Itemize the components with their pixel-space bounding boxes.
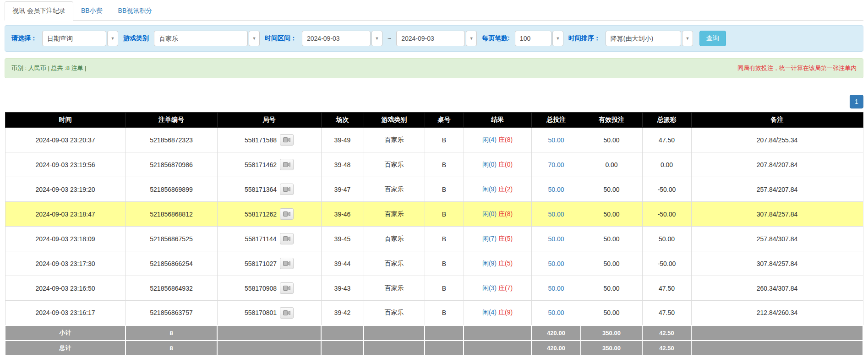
round-number: 558170908 [245,285,277,292]
replay-video-button[interactable] [280,208,294,220]
summary-bar: 币别 : 人民币 | 总共 :8 注单 | 同局有效投注，统一计算在该局第一张注… [5,58,863,78]
result-player: 闲(3) [482,284,497,292]
page-button-1[interactable]: 1 [850,95,863,108]
col-note: 备注 [691,113,863,128]
subtotal-empty-cell [425,325,464,341]
result-banker: 庄(8) [498,136,513,143]
total-bet-link[interactable]: 50.00 [548,309,564,316]
video-replay-icon [283,162,290,168]
cell-valid-bet: 50.00 [581,128,642,152]
cell-payout: 0.00 [642,152,691,177]
sort-value[interactable]: 降冪(由大到小) [606,31,681,46]
result-banker: 庄(2) [498,185,513,193]
chevron-down-icon[interactable]: ▼ [249,31,260,46]
cell-payout: 47.50 [642,276,691,301]
replay-video-button[interactable] [280,282,294,294]
cell-bet-id: 521856869899 [126,177,217,202]
video-replay-icon [283,236,290,242]
result-banker: 庄(8) [498,210,513,217]
replay-video-button[interactable] [280,134,294,146]
replay-video-button[interactable] [280,184,294,195]
total-bet-link[interactable]: 50.00 [548,235,564,243]
cell-bet-id: 521856867525 [126,227,217,251]
video-replay-icon [283,186,290,192]
chevron-down-icon[interactable]: ▼ [466,31,477,46]
total-bet-link[interactable]: 50.00 [548,186,564,193]
cell-valid-bet: 50.00 [581,177,642,202]
page-size-value[interactable]: 100 [515,31,551,46]
cell-payout: -50.00 [642,177,691,202]
date-from-value[interactable]: 2024-09-03 [302,31,371,46]
cell-total-bet: 50.00 [531,276,581,301]
game-type-value[interactable]: 百家乐 [154,31,248,46]
cell-time: 2024-09-03 23:17:30 [5,251,126,276]
cell-round: 558171027 [217,251,321,276]
sort-combobox: 降冪(由大到小) ▼ [606,31,693,46]
date-type-label: 请选择： [11,34,37,43]
subtotal-payout: 42.50 [642,325,691,341]
cell-game: 百家乐 [364,276,425,301]
tab-bb-video-points[interactable]: BB视讯积分 [110,1,160,21]
replay-video-button[interactable] [280,159,294,170]
cell-session: 39-45 [321,227,364,251]
replay-video-button[interactable] [280,307,294,319]
cell-session: 39-44 [321,251,364,276]
cell-session: 39-46 [321,202,364,227]
cell-valid-bet: 50.00 [581,251,642,276]
total-bet-link[interactable]: 70.00 [548,161,564,168]
cell-total-bet: 50.00 [531,251,581,276]
total-empty-cell [691,341,863,356]
currency-total-text: 币别 : 人民币 | 总共 :8 注单 | [11,64,87,72]
col-result: 结果 [464,113,531,128]
cell-table-no: B [425,202,464,227]
total-empty-cell [464,341,531,356]
subtotal-empty-cell [217,325,321,341]
total-valid-bet: 350.00 [581,341,642,356]
chevron-down-icon[interactable]: ▼ [552,31,563,46]
chevron-down-icon[interactable]: ▼ [371,31,382,46]
search-button[interactable]: 查询 [699,31,726,46]
subtotal-empty-cell [321,325,364,341]
cell-result: 闲(3)庄(7) [464,276,531,301]
replay-video-button[interactable] [280,233,294,244]
round-number: 558171462 [245,161,277,168]
cell-time: 2024-09-03 23:18:47 [5,202,126,227]
result-banker: 庄(5) [498,235,513,242]
date-to-value[interactable]: 2024-09-03 [396,31,465,46]
table-header-row: 时间 注单编号 局号 场次 游戏类别 桌号 结果 总投注 有效投注 总派彩 备注 [5,113,863,128]
records-table: 时间 注单编号 局号 场次 游戏类别 桌号 结果 总投注 有效投注 总派彩 备注… [5,112,863,356]
cell-table-no: B [425,227,464,251]
col-game-type: 游戏类别 [364,113,425,128]
cell-bet-id: 521856870986 [126,152,217,177]
total-row: 总计 8 420.00 350.00 42.50 [5,341,863,356]
result-banker: 庄(5) [498,260,513,267]
total-label: 总计 [5,341,126,356]
total-bet-link[interactable]: 50.00 [548,285,564,292]
total-bet-link[interactable]: 50.00 [548,260,564,267]
tab-bb-tips[interactable]: BB小费 [73,1,110,21]
page-size-label: 每页笔数: [482,34,510,43]
subtotal-total-bet: 420.00 [531,325,581,341]
cell-table-no: B [425,251,464,276]
page: 视讯 会员下注纪录 BB小费 BB视讯积分 请选择： 日期查询 ▼ 游戏类别 百… [0,0,868,361]
chevron-down-icon[interactable]: ▼ [682,31,693,46]
cell-valid-bet: 0.00 [581,152,642,177]
subtotal-empty-cell [464,325,531,341]
cell-round: 558170801 [217,301,321,325]
cell-result: 闲(9)庄(5) [464,251,531,276]
cell-note: 307.84/257.84 [691,202,863,227]
total-bet-link[interactable]: 50.00 [548,136,564,144]
cell-result: 闲(4)庄(8) [464,128,531,152]
chevron-down-icon[interactable]: ▼ [107,31,118,46]
game-type-label: 游戏类别 [123,34,149,43]
video-replay-icon [283,310,290,316]
subtotal-empty-cell [364,325,425,341]
date-type-value[interactable]: 日期查询 [42,31,106,46]
replay-video-button[interactable] [280,258,294,269]
result-player: 闲(0) [482,161,497,168]
tab-video-bet-records[interactable]: 视讯 会员下注纪录 [5,1,73,21]
cell-table-no: B [425,276,464,301]
cell-note: 307.84/257.84 [691,251,863,276]
total-bet-link[interactable]: 50.00 [548,211,564,218]
cell-total-bet: 50.00 [531,202,581,227]
